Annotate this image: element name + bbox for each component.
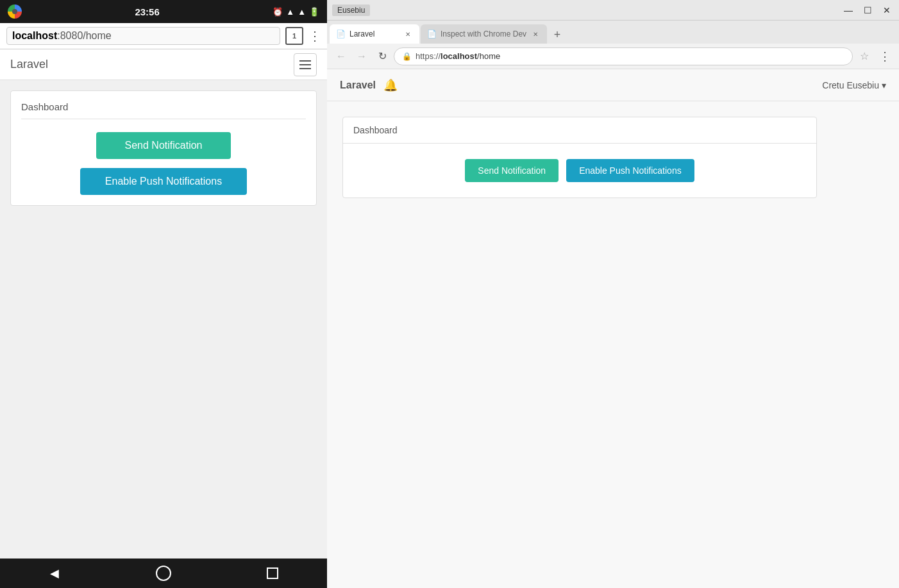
android-card-title: Dashboard — [21, 101, 306, 119]
android-enable-push-button[interactable]: Enable Push Notifications — [80, 168, 247, 195]
android-navbar: ◀ — [0, 559, 327, 588]
back-icon: ← — [336, 51, 346, 62]
android-home-button[interactable] — [154, 564, 173, 583]
hamburger-button[interactable] — [294, 53, 317, 76]
titlebar-user: Eusebiu — [332, 4, 370, 16]
tab-devtools-title: Inspect with Chrome Dev — [441, 29, 526, 38]
titlebar: Eusebiu — ☐ ✕ — [327, 0, 899, 21]
chrome-icon — [8, 4, 22, 19]
desktop-dashboard-card: Dashboard Send Notification Enable Push … — [342, 117, 817, 198]
close-button[interactable]: ✕ — [877, 3, 896, 18]
url-display: https://localhost/home — [416, 51, 500, 61]
maximize-button[interactable]: ☐ — [858, 3, 877, 18]
back-button[interactable]: ← — [332, 47, 350, 65]
desktop-send-notification-button[interactable]: Send Notification — [465, 159, 559, 182]
tab-devtools-close[interactable]: ✕ — [530, 29, 541, 39]
android-web-content: Laravel Dashboard Send Notification Enab… — [0, 49, 327, 559]
android-menu-button[interactable]: ⋮ — [308, 28, 321, 44]
desktop-enable-push-button[interactable]: Enable Push Notifications — [566, 159, 694, 182]
desktop-card-header: Dashboard — [343, 117, 816, 144]
url-path: /home — [477, 51, 500, 61]
url-scheme: https:// — [416, 51, 441, 61]
android-recents-button[interactable] — [263, 564, 282, 583]
ssl-lock-icon: 🔒 — [402, 52, 412, 61]
android-statusbar: 23:56 ⏰ ▲ ▲ 🔋 — [0, 0, 327, 23]
tab-devtools[interactable]: 📄 Inspect with Chrome Dev ✕ — [421, 24, 547, 44]
android-url-host: localhost — [12, 30, 57, 41]
tabbar: 📄 Laravel ✕ 📄 Inspect with Chrome Dev ✕ … — [327, 21, 899, 44]
android-url-path: :8080/home — [57, 30, 112, 41]
desktop-brand: Laravel — [340, 80, 376, 91]
statusbar-right: ⏰ ▲ ▲ 🔋 — [273, 7, 319, 17]
nav-left: Laravel 🔔 — [340, 78, 398, 92]
username-label: Cretu Eusebiu — [822, 80, 879, 90]
address-bar[interactable]: 🔒 https://localhost/home — [394, 47, 853, 65]
statusbar-left — [8, 4, 22, 19]
signal-icon: ▲ — [298, 7, 306, 17]
desktop-card-body: Send Notification Enable Push Notificati… — [343, 144, 816, 197]
notification-bell-icon[interactable]: 🔔 — [383, 78, 398, 92]
android-dashboard-card: Dashboard Send Notification Enable Push … — [10, 90, 317, 206]
desktop-browser: Eusebiu — ☐ ✕ 📄 Laravel ✕ 📄 Inspect with… — [327, 0, 899, 588]
tab-laravel[interactable]: 📄 Laravel ✕ — [330, 24, 419, 44]
user-caret-icon: ▾ — [882, 80, 886, 90]
battery-icon: 🔋 — [309, 7, 319, 17]
url-host: localhost — [441, 51, 477, 61]
forward-button[interactable]: → — [353, 47, 371, 65]
android-tab-count[interactable]: 1 — [285, 27, 303, 45]
tab-laravel-title: Laravel — [349, 29, 399, 38]
statusbar-time: 23:56 — [135, 6, 159, 17]
desktop-laravel-nav: Laravel 🔔 Cretu Eusebiu ▾ — [327, 69, 899, 101]
tab-laravel-close[interactable]: ✕ — [403, 29, 413, 39]
forward-icon: → — [357, 51, 367, 62]
chrome-menu-button[interactable]: ⋮ — [876, 47, 894, 65]
new-tab-button[interactable]: + — [548, 26, 566, 44]
desktop-web-content: Laravel 🔔 Cretu Eusebiu ▾ Dashboard Send… — [327, 69, 899, 588]
bookmark-button[interactable]: ☆ — [855, 47, 873, 65]
wifi-icon: ▲ — [286, 7, 294, 17]
user-dropdown-button[interactable]: Cretu Eusebiu ▾ — [822, 80, 886, 90]
minimize-button[interactable]: — — [839, 3, 858, 18]
android-url-container[interactable]: localhost:8080/home — [6, 27, 280, 45]
tab-laravel-favicon: 📄 — [336, 29, 346, 38]
reload-button[interactable]: ↻ — [373, 47, 391, 65]
android-brand: Laravel — [10, 58, 48, 71]
browser-toolbar: ← → ↻ 🔒 https://localhost/home ☆ ⋮ — [327, 44, 899, 69]
reload-icon: ↻ — [378, 50, 387, 62]
tab-devtools-favicon: 📄 — [427, 29, 437, 38]
android-laravel-header: Laravel — [0, 49, 327, 80]
android-back-button[interactable]: ◀ — [45, 564, 64, 583]
desktop-main-content: Dashboard Send Notification Enable Push … — [327, 101, 899, 214]
android-phone: 23:56 ⏰ ▲ ▲ 🔋 localhost:8080/home 1 ⋮ La… — [0, 0, 327, 588]
alarm-icon: ⏰ — [273, 7, 283, 17]
android-urlbar: localhost:8080/home 1 ⋮ — [0, 23, 327, 49]
android-send-notification-button[interactable]: Send Notification — [96, 132, 231, 159]
